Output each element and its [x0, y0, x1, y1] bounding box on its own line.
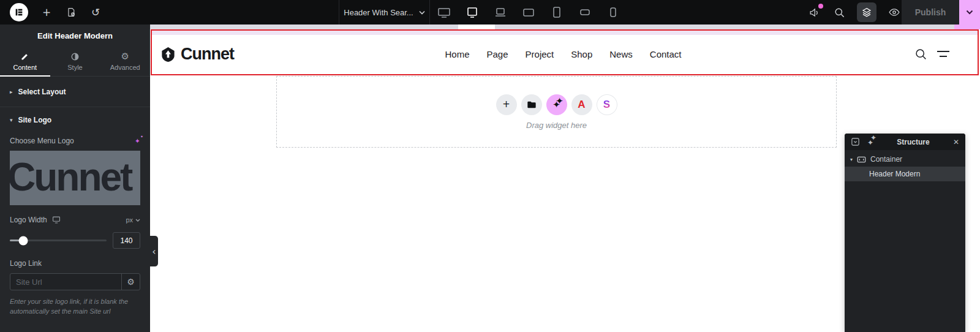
- close-icon: ✕: [953, 138, 959, 146]
- logo-preview-text: Cunnet: [10, 151, 140, 203]
- publish-options-button[interactable]: [959, 0, 980, 25]
- header-top-padding-overlay: [152, 31, 978, 35]
- document-icon: [66, 7, 77, 18]
- logo-link-label: Logo Link: [10, 259, 140, 268]
- canvas-top-strip: [150, 25, 980, 29]
- chevron-down-icon: [966, 10, 973, 15]
- plus-icon: +: [502, 100, 510, 109]
- logo-preview-thumbnail[interactable]: Cunnet: [10, 151, 140, 205]
- publish-button[interactable]: Publish: [902, 0, 959, 25]
- nav-item-news[interactable]: News: [609, 49, 633, 59]
- header-widget-selected[interactable]: Cunnet Home Page Project Shop News Conta…: [151, 29, 979, 75]
- logo-link-input[interactable]: [10, 274, 121, 290]
- elementor-logo-icon: [14, 7, 24, 17]
- nav-item-shop[interactable]: Shop: [571, 49, 592, 59]
- logo-width-slider[interactable]: [10, 240, 107, 241]
- device-tablet-landscape-button[interactable]: [514, 0, 543, 25]
- add-widget-button[interactable]: +: [496, 94, 517, 115]
- unit-selector[interactable]: px: [126, 216, 140, 224]
- collapse-left-icon: ‹: [152, 246, 156, 257]
- finder-search-button[interactable]: [832, 5, 846, 20]
- sparkles-icon: ✦ ✦: [867, 137, 873, 148]
- device-tablet-portrait-button[interactable]: [543, 0, 571, 25]
- panel-collapse-handle[interactable]: ‹: [150, 236, 158, 266]
- tree-item-header-modern[interactable]: Header Modern: [845, 167, 965, 181]
- editor-panel: Edit Header Modern Content Style ⚙ Advan…: [0, 25, 150, 332]
- logo-link-help-text: Enter your site logo link, if it is blan…: [10, 297, 140, 317]
- logo-width-input[interactable]: [113, 232, 140, 249]
- nav-menu: Home Page Project Shop News Contact: [223, 49, 903, 59]
- megaphone-icon: [809, 7, 820, 18]
- section-select-layout[interactable]: ▸ Select Layout: [0, 77, 150, 107]
- tab-content[interactable]: Content: [0, 47, 50, 76]
- tree-item-container-label: Container: [870, 155, 902, 164]
- collapse-all-button[interactable]: [851, 137, 860, 146]
- pencil-icon: [20, 52, 29, 61]
- widget-quick-actions: + ✦ ✦ A S: [496, 94, 617, 115]
- ai-sparkle-icon[interactable]: ✦ ✦: [135, 137, 140, 145]
- device-mobile-portrait-button[interactable]: [599, 0, 627, 25]
- document-title: Header With Sear...: [344, 8, 413, 17]
- device-laptop-button[interactable]: [486, 0, 514, 25]
- triangle-down-icon: ▾: [10, 117, 13, 123]
- structure-panel: ✦ ✦ Structure ✕ ▾ Container Header Moder…: [845, 134, 965, 332]
- choose-menu-logo-label-row: Choose Menu Logo ✦ ✦: [10, 137, 140, 145]
- gear-icon: ⚙: [121, 52, 129, 61]
- choose-menu-logo-label: Choose Menu Logo: [10, 137, 74, 145]
- logo-width-row: Logo Width px: [10, 216, 140, 224]
- link-options-button[interactable]: ⚙: [121, 274, 140, 290]
- search-icon: [834, 7, 845, 18]
- nav-item-project[interactable]: Project: [526, 49, 554, 59]
- hamburger-menu-icon[interactable]: [937, 50, 950, 58]
- logo-width-label: Logo Width: [10, 216, 47, 224]
- chevron-down-icon: [419, 10, 425, 15]
- plus-icon: +: [42, 7, 51, 18]
- device-mobile-landscape-button[interactable]: [571, 0, 599, 25]
- folder-icon: [527, 100, 537, 109]
- tab-style[interactable]: Style: [50, 47, 100, 76]
- mobile-landscape-icon: [578, 5, 592, 20]
- elementor-logo[interactable]: [10, 3, 28, 21]
- slider-handle[interactable]: [19, 236, 28, 245]
- search-icon[interactable]: [914, 48, 927, 61]
- tree-item-container[interactable]: ▾ Container: [845, 152, 965, 167]
- drag-widget-hint: Drag widget here: [526, 121, 587, 130]
- responsive-device-switcher: [430, 0, 627, 25]
- tablet-landscape-icon: [521, 5, 536, 20]
- cunnet-logo-icon: [160, 46, 176, 62]
- add-element-button[interactable]: +: [40, 0, 53, 25]
- nav-item-home[interactable]: Home: [445, 49, 469, 59]
- structure-ai-button[interactable]: ✦ ✦: [867, 137, 873, 148]
- toolbar-right-group: [807, 0, 902, 25]
- header-content: Cunnet Home Page Project Shop News Conta…: [152, 35, 978, 73]
- empty-container-dropzone[interactable]: + ✦ ✦ A S Drag widget here: [276, 76, 837, 148]
- preview-button[interactable]: [887, 5, 902, 20]
- device-widescreen-button[interactable]: [430, 0, 458, 25]
- device-desktop-button[interactable]: [458, 0, 486, 25]
- document-switcher[interactable]: Header With Sear...: [339, 0, 430, 25]
- section-site-logo[interactable]: ▾ Site Logo: [0, 107, 150, 133]
- layers-icon: [861, 7, 872, 18]
- desktop-responsive-icon: [52, 216, 61, 224]
- surecart-widget-button[interactable]: S: [597, 94, 617, 115]
- structure-tree: ▾ Container Header Modern: [845, 150, 965, 181]
- astra-logo: A: [578, 99, 585, 111]
- tree-item-header-modern-label: Header Modern: [869, 170, 920, 178]
- container-icon: [857, 156, 866, 163]
- logo-link-field: ⚙: [10, 273, 140, 290]
- close-structure-button[interactable]: ✕: [953, 138, 959, 146]
- desktop-icon: [465, 5, 480, 20]
- document-button[interactable]: [65, 0, 77, 25]
- astra-widget-button[interactable]: A: [571, 94, 592, 115]
- triangle-down-icon: ▾: [850, 157, 853, 162]
- ai-generate-button[interactable]: ✦ ✦: [546, 94, 567, 115]
- nav-item-page[interactable]: Page: [487, 49, 508, 59]
- gear-icon: ⚙: [127, 277, 135, 287]
- tab-advanced[interactable]: ⚙ Advanced: [100, 47, 150, 76]
- structure-toggle-button[interactable]: [857, 2, 876, 22]
- whats-new-button[interactable]: [807, 5, 821, 20]
- history-button[interactable]: ↺: [89, 0, 102, 25]
- template-library-button[interactable]: [521, 94, 542, 115]
- notification-dot: [818, 4, 823, 9]
- nav-item-contact[interactable]: Contact: [650, 49, 682, 59]
